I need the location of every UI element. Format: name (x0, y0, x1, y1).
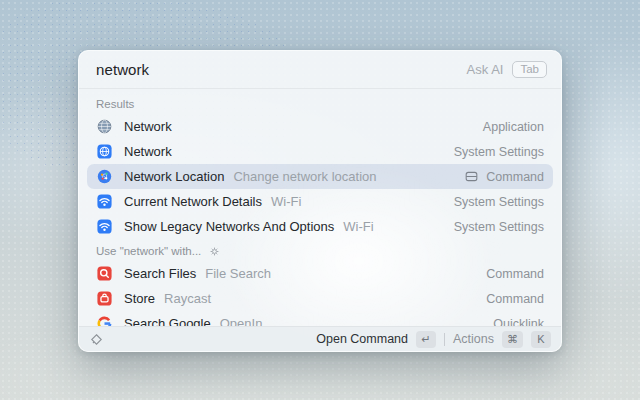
result-title: Network (124, 144, 172, 159)
result-subtitle: Wi-Fi (343, 219, 373, 234)
tab-key-badge: Tab (512, 61, 547, 78)
result-subtitle: Wi-Fi (271, 194, 301, 209)
wifi-icon (96, 218, 113, 235)
result-row-current-network-details[interactable]: Current Network DetailsWi-FiSystem Setti… (87, 189, 553, 214)
result-type-label: System Settings (454, 195, 544, 209)
section-label-text: Use "network" with... (96, 245, 201, 257)
result-subtitle: Raycast (164, 291, 211, 306)
network-app-icon (96, 118, 113, 135)
result-title: Show Legacy Networks And Options (124, 219, 334, 234)
result-type-label: Command (486, 292, 544, 306)
result-title: Network (124, 119, 172, 134)
result-subtitle: File Search (205, 266, 271, 281)
result-type-label: Application (483, 120, 544, 134)
result-title: Search Files (124, 266, 196, 281)
gear-icon[interactable] (209, 246, 220, 257)
open-command-label[interactable]: Open Command (316, 332, 408, 346)
result-type-label: System Settings (454, 145, 544, 159)
result-subtitle: Change network location (233, 169, 376, 184)
footer-bar: Open Command ↵ Actions ⌘ K (79, 326, 561, 351)
wifi-icon (96, 193, 113, 210)
result-title: Store (124, 291, 155, 306)
result-title: Current Network Details (124, 194, 262, 209)
result-type-label: Command (486, 170, 544, 184)
actions-button[interactable]: Actions (453, 332, 494, 346)
section-label-text: Results (96, 98, 134, 110)
store-icon (96, 290, 113, 307)
search-input[interactable]: network (96, 61, 149, 78)
section-label-use-network-with: Use "network" with... (87, 239, 553, 261)
launcher-window: network Ask AI Tab ResultsNetworkApplica… (78, 50, 562, 352)
result-type-label: Command (486, 267, 544, 281)
file-search-icon (96, 265, 113, 282)
k-key-badge: K (531, 331, 551, 348)
footer-divider (444, 333, 445, 346)
result-row-show-legacy-networks-and-options[interactable]: Show Legacy Networks And OptionsWi-FiSys… (87, 214, 553, 239)
result-type-label: System Settings (454, 220, 544, 234)
section-label-results: Results (87, 92, 553, 114)
raycast-logo-icon (89, 332, 104, 347)
search-bar[interactable]: network Ask AI Tab (79, 51, 561, 89)
result-row-network[interactable]: NetworkApplication (87, 114, 553, 139)
app-window-icon (464, 170, 479, 183)
cmd-key-badge: ⌘ (502, 331, 523, 348)
result-row-search-google[interactable]: Search GoogleOpenInQuicklink (87, 311, 553, 327)
ask-ai-label[interactable]: Ask AI (467, 62, 504, 77)
results-list: ResultsNetworkApplicationNetworkSystem S… (79, 89, 561, 327)
result-row-search-files[interactable]: Search FilesFile SearchCommand (87, 261, 553, 286)
result-row-network-location[interactable]: Network LocationChange network locationC… (87, 164, 553, 189)
result-row-network[interactable]: NetworkSystem Settings (87, 139, 553, 164)
network-settings-icon (96, 143, 113, 160)
result-row-store[interactable]: StoreRaycastCommand (87, 286, 553, 311)
result-title: Network Location (124, 169, 224, 184)
enter-key-badge: ↵ (416, 331, 436, 348)
network-location-icon (96, 168, 113, 185)
